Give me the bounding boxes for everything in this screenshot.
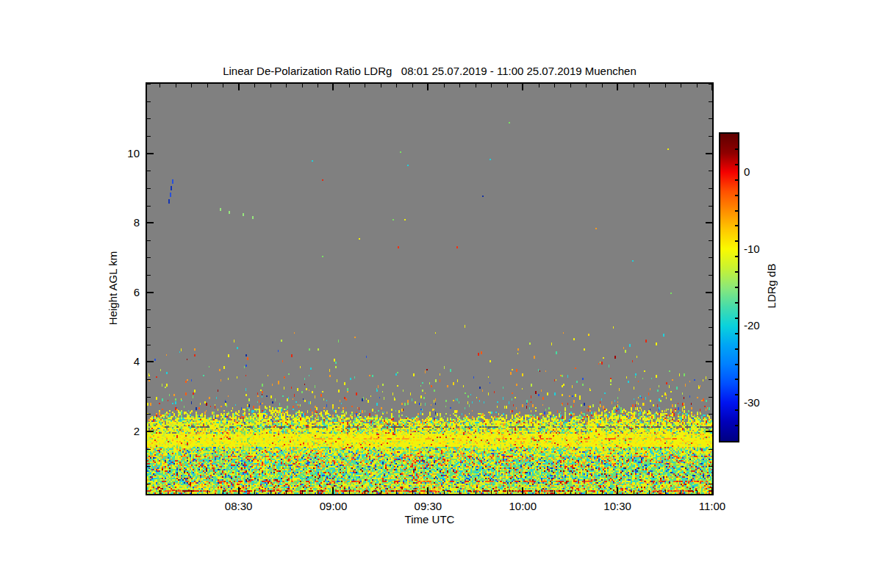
chart-title: Linear De-Polarization Ratio LDRg 08:01 …	[146, 65, 714, 77]
colorbar-tick-label: -20	[744, 319, 760, 331]
colorbar	[719, 132, 739, 442]
colorbar-tick	[735, 318, 738, 319]
y-tick-label: 4	[92, 355, 140, 368]
colorbar-tick	[735, 348, 738, 350]
colorbar-label: LDRg dB	[765, 264, 778, 309]
colorbar-tick	[735, 302, 738, 304]
y-tick-label: 2	[92, 425, 140, 437]
x-tick-label: 11:00	[699, 500, 725, 512]
x-axis-label: Time UTC	[146, 513, 714, 526]
colorbar-tick	[735, 225, 738, 226]
y-tick-label: 10	[92, 147, 140, 159]
colorbar-tick	[735, 425, 738, 426]
heatmap-canvas	[147, 84, 712, 494]
x-tick-label: 10:30	[603, 500, 631, 512]
colorbar-tick	[735, 240, 738, 242]
colorbar-tick	[735, 256, 738, 257]
plot-area	[146, 82, 714, 495]
y-tick-label: 6	[92, 286, 140, 298]
colorbar-tick-label: -30	[744, 396, 760, 409]
x-tick-label: 09:30	[415, 500, 442, 512]
colorbar-tick	[735, 333, 738, 334]
colorbar-tick	[735, 164, 738, 165]
colorbar-tick	[735, 394, 738, 395]
colorbar-tick	[735, 179, 738, 181]
colorbar-tick	[735, 379, 738, 380]
y-tick-label: 8	[92, 216, 140, 229]
figure-canvas: Linear De-Polarization Ratio LDRg 08:01 …	[0, 0, 882, 588]
colorbar-tick	[735, 287, 738, 288]
colorbar-tick	[735, 271, 738, 273]
colorbar-tick-label: 0	[744, 165, 750, 178]
x-tick-label: 10:00	[509, 500, 537, 512]
colorbar-tick	[735, 409, 738, 411]
colorbar-tick	[735, 210, 738, 212]
colorbar-tick	[735, 148, 738, 150]
colorbar-tick	[735, 195, 738, 196]
colorbar-tick-label: -10	[744, 243, 760, 255]
x-tick-label: 08:30	[225, 500, 253, 512]
x-tick-label: 09:00	[320, 500, 348, 512]
colorbar-tick	[735, 364, 738, 365]
